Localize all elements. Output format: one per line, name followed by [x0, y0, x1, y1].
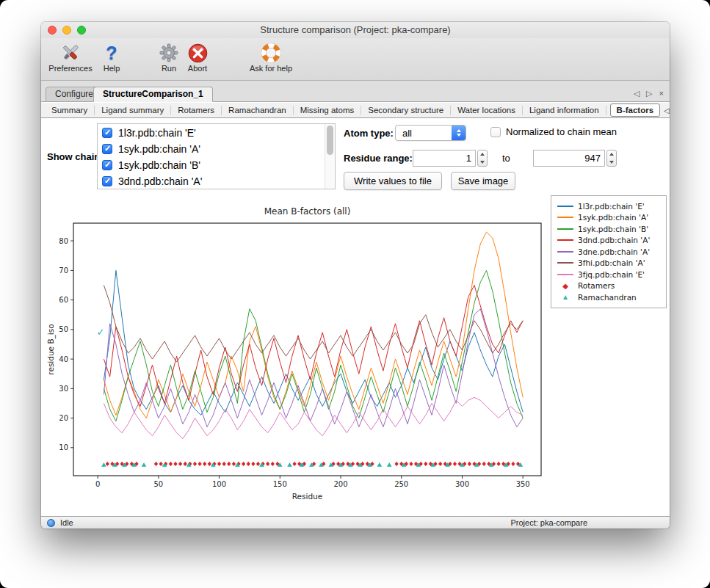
chain-list-scrollbar[interactable] [325, 124, 335, 189]
atom-type-value: all [396, 128, 452, 139]
status-dot-icon [47, 519, 55, 527]
svg-text:✓: ✓ [96, 327, 104, 338]
svg-text:10: 10 [59, 443, 68, 451]
legend-item: 1syk.pdb:chain 'A' [557, 212, 662, 224]
tab-rotamers[interactable]: Rotamers [171, 106, 222, 115]
chain-label: 1l3r.pdb:chain 'E' [118, 127, 196, 139]
legend-item: 3fhi.pdb:chain 'A' [557, 258, 662, 269]
checkbox-checked-icon[interactable] [102, 176, 112, 186]
legend-diamond-icon: ◆ [557, 282, 573, 290]
write-values-button[interactable]: Write values to file [344, 172, 442, 190]
svg-text:40: 40 [59, 355, 68, 363]
tab-structurecomparison-1[interactable]: StructureComparison_1 [93, 87, 213, 102]
document-tab-bar: Configure StructureComparison_1 ◁ ▷ × [41, 81, 670, 102]
legend-label: Ramachandran [578, 293, 637, 302]
tab-ligand-information[interactable]: Ligand information [523, 106, 606, 115]
status-text: Idle [60, 518, 73, 527]
status-project: Project: pka-compare [510, 518, 587, 527]
tab-b-factors[interactable]: B-factors [610, 104, 660, 117]
app-window: Structure comparison (Project: pka-compa… [41, 22, 670, 529]
residue-to-stepper[interactable] [606, 150, 617, 167]
scrollbar-thumb[interactable] [327, 126, 333, 155]
legend-item: 3dnd.pdb:chain 'A' [557, 235, 662, 247]
checkbox-checked-icon[interactable] [102, 144, 112, 154]
residue-range-label: Residue range: [344, 153, 413, 164]
legend-line-sample [557, 228, 573, 230]
residue-from-stepper[interactable] [477, 150, 488, 167]
chain-row[interactable]: 3dnd.pdb:chain 'A' [98, 173, 324, 189]
abort-button[interactable]: Abort [182, 42, 213, 77]
chain-row[interactable]: 1l3r.pdb:chain 'E' [98, 125, 324, 141]
legend-item: 3dne.pdb:chain 'A' [557, 246, 662, 258]
tab-missing-atoms[interactable]: Missing atoms [294, 106, 362, 115]
chain-label: 1syk.pdb:chain 'B' [118, 159, 200, 171]
legend-line-sample [557, 217, 573, 218]
svg-text:Mean B-factors (all): Mean B-factors (all) [264, 206, 351, 217]
normalized-checkbox-row[interactable]: Normalized to chain mean [490, 126, 617, 137]
chain-list-rows: 1l3r.pdb:chain 'E'1syk.pdb:chain 'A'1syk… [98, 125, 324, 189]
checkbox-icon[interactable] [490, 127, 501, 137]
minimize-button[interactable] [62, 26, 71, 35]
legend-item: ▲Ramachandran [557, 291, 662, 303]
tab-secondary-structure[interactable]: Secondary structure [361, 106, 451, 115]
screen-corner [701, 579, 710, 588]
screen-corner [0, 579, 9, 588]
section-tab-bar: SummaryLigand summaryRotamersRamachandra… [41, 103, 670, 118]
legend-line-sample [557, 251, 573, 253]
chart-legend: 1l3r.pdb:chain 'E'1syk.pdb:chain 'A'1syk… [551, 195, 667, 308]
tab-forward-icon[interactable]: ▷ [646, 88, 652, 98]
toolbar: Preferences ? Help Run [41, 38, 670, 81]
legend-label: 3fhi.pdb:chain 'A' [578, 258, 645, 267]
chain-list[interactable]: 1l3r.pdb:chain 'E'1syk.pdb:chain 'A'1syk… [97, 123, 336, 189]
legend-line-sample [557, 274, 573, 275]
legend-label: 3dne.pdb:chain 'A' [578, 247, 650, 256]
gear-icon [159, 42, 178, 64]
section-back-icon[interactable]: ◁ [664, 106, 670, 115]
checkbox-checked-icon[interactable] [102, 160, 112, 170]
tab-close-icon[interactable]: × [659, 88, 664, 98]
tab-ramachandran[interactable]: Ramachandran [222, 106, 294, 115]
help-icon: ? [106, 42, 117, 64]
toolbar-label: Ask for help [250, 64, 292, 73]
svg-text:0: 0 [95, 480, 100, 488]
screen-corner [0, 0, 9, 9]
svg-text:20: 20 [59, 414, 68, 422]
residue-to-input[interactable] [533, 150, 605, 167]
normalized-label: Normalized to chain mean [506, 126, 617, 137]
chain-row[interactable]: 1syk.pdb:chain 'B' [98, 157, 324, 173]
save-image-button[interactable]: Save image [451, 172, 515, 190]
svg-text:residue B_iso: residue B_iso [46, 324, 56, 374]
svg-text:50: 50 [153, 480, 163, 488]
zoom-button[interactable] [77, 26, 86, 35]
atom-type-label: Atom type: [344, 128, 394, 139]
svg-text:350: 350 [516, 480, 530, 488]
legend-line-sample [557, 262, 573, 264]
close-button[interactable] [48, 26, 57, 35]
tab-ligand-summary[interactable]: Ligand summary [95, 106, 171, 115]
legend-label: Rotamers [578, 281, 615, 290]
svg-text:Residue: Residue [292, 492, 322, 501]
preferences-button[interactable]: Preferences [44, 42, 97, 77]
legend-label: 3fjq.pdb:chain 'E' [578, 270, 645, 279]
svg-text:300: 300 [455, 480, 469, 488]
svg-text:70: 70 [59, 266, 68, 275]
atom-type-dropdown[interactable]: all [395, 125, 466, 141]
tab-summary[interactable]: Summary [45, 106, 95, 115]
tab-water-locations[interactable]: Water locations [451, 106, 523, 115]
legend-line-sample [557, 206, 573, 207]
titlebar[interactable]: Structure comparison (Project: pka-compa… [41, 22, 670, 38]
abort-icon [188, 42, 208, 64]
checkbox-checked-icon[interactable] [102, 128, 112, 138]
legend-line-sample [557, 239, 573, 241]
run-button[interactable]: Run [156, 42, 182, 77]
tab-back-icon[interactable]: ◁ [634, 88, 640, 98]
ask-for-help-button[interactable]: Ask for help [239, 42, 303, 77]
help-button[interactable]: ? Help [97, 42, 126, 77]
legend-label: 3dnd.pdb:chain 'A' [578, 236, 650, 244]
legend-label: 1syk.pdb:chain 'B' [578, 225, 648, 233]
residue-from-input[interactable] [413, 150, 476, 167]
toolbar-label: Help [104, 64, 120, 73]
svg-text:60: 60 [59, 296, 68, 304]
svg-text:80: 80 [59, 237, 68, 245]
chain-row[interactable]: 1syk.pdb:chain 'A' [98, 141, 324, 157]
